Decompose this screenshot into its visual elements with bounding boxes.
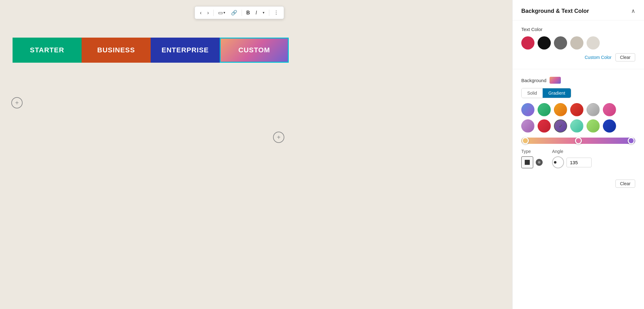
gradient-swatch-light-purple[interactable] xyxy=(521,119,534,133)
italic-dropdown-button[interactable]: ▾ xyxy=(261,9,266,16)
dropdown-arrow: ▾ xyxy=(223,11,225,15)
panel-header: Background & Text Color ∧ xyxy=(513,0,644,20)
bold-button[interactable]: B xyxy=(244,9,252,17)
add-block-button-1[interactable]: + xyxy=(11,97,23,108)
section-divider-1 xyxy=(513,69,644,69)
add-block-button-2[interactable]: + xyxy=(273,132,284,143)
type-section: Type xyxy=(521,149,543,168)
gradient-handle-mid[interactable] xyxy=(575,137,582,144)
type-label: Type xyxy=(521,149,543,154)
background-gradient-preview[interactable] xyxy=(550,77,561,84)
custom-color-link[interactable]: Custom Color xyxy=(585,55,612,60)
text-swatch-black[interactable] xyxy=(538,36,551,50)
enterprise-button[interactable]: ENTERPRISE xyxy=(151,38,220,63)
gradient-swatch-dark-blue[interactable] xyxy=(603,119,616,133)
type-icons xyxy=(521,156,543,168)
text-swatch-red[interactable] xyxy=(521,36,534,50)
gradient-option[interactable]: Gradient xyxy=(543,88,571,98)
angle-label: Angle xyxy=(552,149,592,154)
gradient-swatch-teal[interactable] xyxy=(570,119,583,133)
text-color-actions: Custom Color Clear xyxy=(521,53,635,61)
background-section: Background Solid Gradient ✓ xyxy=(513,71,644,175)
svg-rect-0 xyxy=(525,160,530,165)
angle-input-row xyxy=(552,156,592,168)
solid-option[interactable]: Solid xyxy=(522,88,543,98)
block-type-button[interactable]: ▭ ▾ xyxy=(216,8,227,17)
right-panel: Background & Text Color ∧ Text Color Cus… xyxy=(512,0,644,309)
text-clear-button[interactable]: Clear xyxy=(615,53,635,61)
angle-dot xyxy=(554,161,556,164)
angle-section: Angle xyxy=(552,149,592,168)
back-button[interactable]: ‹ xyxy=(198,9,203,17)
gradient-handle-left[interactable] xyxy=(522,137,529,144)
italic-dropdown-arrow: ▾ xyxy=(263,11,265,15)
gradient-swatch-purple-selected[interactable]: ✓ xyxy=(554,119,567,133)
panel-title: Background & Text Color xyxy=(521,8,589,14)
link-button[interactable]: 🔗 xyxy=(229,8,239,17)
solid-gradient-toggle: Solid Gradient xyxy=(521,88,571,98)
gradient-swatch-blue-purple[interactable] xyxy=(521,103,534,116)
text-swatch-tan[interactable] xyxy=(570,36,583,50)
canvas-area: ‹ › ▭ ▾ 🔗 B I ▾ ⋮ STARTER BUSINESS ENTER… xyxy=(0,0,512,309)
text-color-section: Text Color Custom Color Clear xyxy=(513,20,644,68)
plan-buttons-row: STARTER BUSINESS ENTERPRISE CUSTOM xyxy=(13,38,500,63)
divider-1 xyxy=(213,10,214,16)
linear-type-button[interactable] xyxy=(521,156,533,168)
gradient-bar-container xyxy=(521,138,635,144)
gradient-swatch-red-orange[interactable] xyxy=(570,103,583,116)
background-label-row: Background xyxy=(521,77,635,84)
gradient-swatch-pink[interactable] xyxy=(603,103,616,116)
type-angle-row: Type Angle xyxy=(521,149,635,168)
angle-input[interactable] xyxy=(566,158,592,167)
divider-3 xyxy=(269,10,269,16)
italic-button[interactable]: I xyxy=(254,9,259,17)
divider-2 xyxy=(242,10,242,16)
block-toolbar: ‹ › ▭ ▾ 🔗 B I ▾ ⋮ xyxy=(195,6,284,19)
background-clear-button[interactable]: Clear xyxy=(615,180,635,188)
gradient-bar[interactable] xyxy=(521,138,635,144)
text-swatch-light[interactable] xyxy=(587,36,600,50)
radial-type-indicator xyxy=(536,159,543,166)
background-label: Background xyxy=(521,78,546,83)
starter-button[interactable]: STARTER xyxy=(13,38,82,63)
text-swatch-darkgray[interactable] xyxy=(554,36,567,50)
gradient-handle-right[interactable] xyxy=(628,137,635,144)
gradient-swatch-orange[interactable] xyxy=(554,103,567,116)
gradient-swatch-light-green[interactable] xyxy=(587,119,600,133)
gradient-swatch-green[interactable] xyxy=(538,103,551,116)
gradient-swatch-red[interactable] xyxy=(538,119,551,133)
angle-dial[interactable] xyxy=(552,156,564,168)
business-button[interactable]: BUSINESS xyxy=(82,38,151,63)
more-options-button[interactable]: ⋮ xyxy=(272,8,281,17)
block-icon: ▭ xyxy=(218,10,223,16)
linear-icon xyxy=(524,159,530,165)
forward-button[interactable]: › xyxy=(205,9,211,17)
link-icon: 🔗 xyxy=(231,10,237,16)
collapse-button[interactable]: ∧ xyxy=(631,8,635,14)
custom-button[interactable]: CUSTOM xyxy=(220,38,289,63)
gradient-swatches-row1 xyxy=(521,103,635,116)
bottom-actions: Clear xyxy=(513,175,644,195)
gradient-swatches-row2: ✓ xyxy=(521,119,635,133)
text-color-label: Text Color xyxy=(521,27,635,32)
text-color-swatches xyxy=(521,36,635,50)
gradient-swatch-gray[interactable] xyxy=(587,103,600,116)
